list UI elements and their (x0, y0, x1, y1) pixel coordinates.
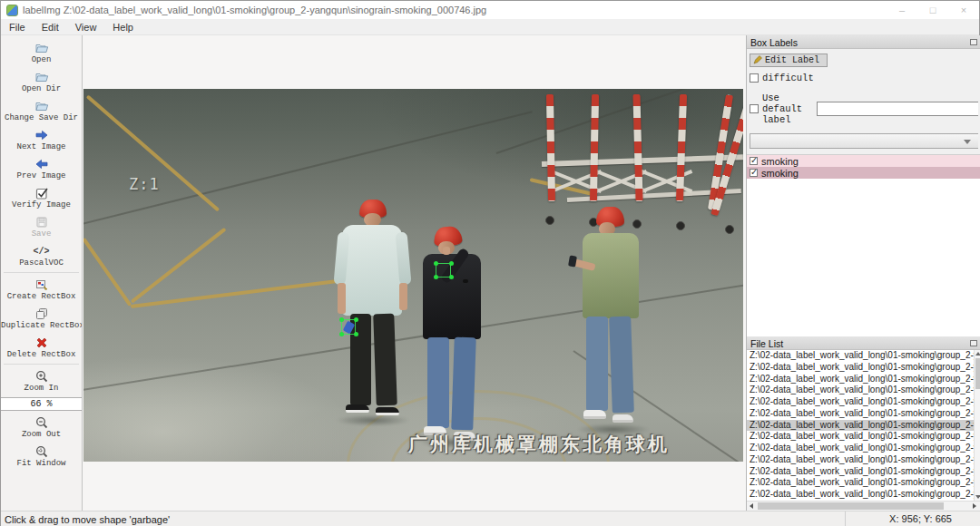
code-icon: </> (1, 244, 82, 258)
scroll-up-icon[interactable] (975, 352, 980, 356)
cursor-position: X: 956; Y: 665 (845, 511, 980, 526)
file-list-horizontal-scrollbar[interactable] (747, 501, 980, 511)
camera-caption-overlay: 广州库机械罩棚东北角球机 (408, 432, 670, 457)
delete-x-icon (1, 336, 82, 350)
menu-view[interactable]: View (67, 22, 105, 33)
fit-window-button[interactable]: Fit Window (1, 442, 82, 471)
floor-joint-line (83, 111, 533, 227)
toolbar: Open Open Dir Change Save Dir Next Image (1, 35, 83, 511)
toolbar-separator (4, 272, 79, 273)
use-default-label-checkbox[interactable] (750, 104, 759, 113)
status-message: Click & drag to move shape 'garbage' (1, 514, 845, 525)
photo-surveillance-frame[interactable]: Z:1 广州库机械罩棚东北角球机 (83, 89, 743, 462)
verify-check-icon (1, 186, 82, 200)
file-list-item[interactable]: Z:\02-data_label_work_valid_long\01-smok… (747, 408, 980, 420)
pencil-icon (753, 55, 762, 64)
label-combobox[interactable] (750, 133, 978, 149)
edit-label-button[interactable]: Edit Label (750, 54, 828, 67)
menu-file[interactable]: File (1, 22, 34, 33)
open-button[interactable]: Open (1, 38, 82, 67)
menu-help[interactable]: Help (104, 22, 142, 33)
verify-image-button[interactable]: Verify Image (1, 183, 82, 212)
file-list-item[interactable]: Z:\02-data_label_work_valid_long\01-smok… (747, 420, 980, 432)
box-labels-header: Box Labels (747, 35, 980, 49)
folder-open-icon (1, 99, 82, 113)
camera-zoom-overlay: Z:1 (129, 175, 160, 193)
duplicate-icon (1, 307, 82, 321)
file-list-item[interactable]: Z:\02-data_label_work_valid_long\01-smok… (747, 477, 980, 489)
person-figure-left (334, 200, 412, 428)
file-list-item[interactable]: Z:\02-data_label_work_valid_long\01-smok… (747, 350, 980, 362)
label-list-item[interactable]: smoking (747, 155, 980, 167)
file-list-header: File List (747, 336, 980, 350)
dock-float-icon[interactable] (970, 340, 977, 346)
change-save-dir-button[interactable]: Change Save Dir (1, 96, 82, 125)
file-list-item[interactable]: Z:\02-data_label_work_valid_long\01-smok… (747, 431, 980, 443)
duplicate-rectbox-button[interactable]: Duplicate RectBox (1, 304, 82, 333)
save-button[interactable]: Save (1, 212, 82, 241)
box-labels-title: Box Labels (750, 37, 798, 48)
folder-open-icon (1, 41, 82, 55)
folder-open-icon (1, 70, 82, 84)
file-list-title: File List (750, 338, 783, 349)
box-labels-list: smoking smoking (747, 154, 980, 336)
floor-marking (83, 238, 132, 307)
scrollbar-thumb[interactable] (975, 358, 980, 389)
file-list-item[interactable]: Z:\02-data_label_work_valid_long\01-smok… (747, 443, 980, 454)
menu-edit[interactable]: Edit (34, 22, 67, 33)
menu-bar: File Edit View Help (1, 19, 979, 35)
create-rectbox-button[interactable]: Create RectBox (1, 275, 82, 304)
zoom-out-icon (1, 415, 82, 430)
status-bar: Click & drag to move shape 'garbage' X: … (1, 511, 980, 526)
app-icon (6, 5, 18, 16)
annotation-box-smoking[interactable] (436, 263, 451, 278)
file-list-item[interactable]: Z:\02-data_label_work_valid_long\01-smok… (747, 489, 980, 501)
scroll-down-icon[interactable] (975, 495, 980, 499)
zoom-level-input[interactable]: 66 % (1, 397, 82, 411)
default-label-input[interactable] (817, 102, 978, 116)
file-list-vertical-scrollbar[interactable] (974, 350, 980, 501)
pascalvoc-format-button[interactable]: </> PascalVOC (1, 241, 82, 270)
delete-rectbox-button[interactable]: Delete RectBox (1, 333, 82, 362)
next-image-button[interactable]: Next Image (1, 125, 82, 154)
file-list-item[interactable]: Z:\02-data_label_work_valid_long\01-smok… (747, 374, 980, 385)
arrow-left-icon (1, 157, 82, 171)
person-figure-middle (416, 227, 492, 450)
annotation-box-garbage[interactable] (341, 319, 356, 335)
floppy-icon (1, 215, 82, 229)
open-dir-button[interactable]: Open Dir (1, 67, 82, 96)
file-list-item[interactable]: Z:\02-data_label_work_valid_long\01-smok… (747, 385, 980, 396)
close-button[interactable]: × (948, 1, 979, 19)
file-list-item[interactable]: Z:\02-data_label_work_valid_long\01-smok… (747, 396, 980, 408)
chevron-down-icon (964, 140, 971, 144)
label-checkbox[interactable] (750, 157, 758, 165)
scrollbar-thumb[interactable] (758, 502, 944, 510)
arrow-right-icon (1, 128, 82, 142)
toolbar-separator (4, 364, 79, 365)
title-bar: labelImg Z:\02-data_label_work_valid_lon… (1, 1, 979, 19)
annotated-object (343, 321, 356, 335)
label-checkbox[interactable] (750, 169, 758, 177)
prev-image-button[interactable]: Prev Image (1, 154, 82, 183)
maximize-button[interactable]: □ (917, 1, 948, 19)
right-panel: Box Labels Edit Label difficult Use defa… (746, 35, 980, 511)
minimize-button[interactable]: – (887, 1, 917, 19)
person-figure-right (572, 207, 655, 437)
scroll-left-icon[interactable] (750, 503, 753, 509)
labelimg-window: labelImg Z:\02-data_label_work_valid_lon… (0, 0, 980, 526)
label-list-item-selected[interactable]: smoking (747, 167, 980, 179)
create-rectbox-icon (1, 278, 82, 292)
zoom-out-button[interactable]: Zoom Out (1, 413, 82, 442)
file-list-rows: Z:\02-data_label_work_valid_long\01-smok… (747, 350, 980, 501)
window-title: labelImg Z:\02-data_label_work_valid_lon… (23, 5, 486, 15)
dock-float-icon[interactable] (970, 39, 977, 45)
scroll-right-icon[interactable] (973, 503, 976, 509)
difficult-checkbox[interactable] (750, 73, 759, 83)
difficult-label: difficult (762, 73, 814, 83)
image-canvas[interactable]: Z:1 广州库机械罩棚东北角球机 (83, 35, 746, 511)
floor-marking (131, 228, 227, 304)
file-list-item[interactable]: Z:\02-data_label_work_valid_long\01-smok… (747, 454, 980, 466)
file-list-item[interactable]: Z:\02-data_label_work_valid_long\01-smok… (747, 362, 980, 374)
file-list-item[interactable]: Z:\02-data_label_work_valid_long\01-smok… (747, 466, 980, 478)
zoom-in-button[interactable]: Zoom In (1, 366, 82, 395)
